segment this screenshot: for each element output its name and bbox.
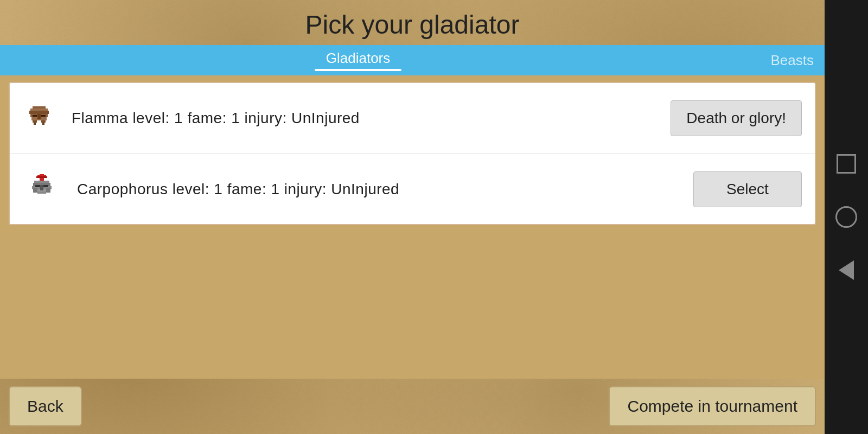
android-back-button[interactable] xyxy=(839,260,854,280)
svg-rect-11 xyxy=(41,115,46,117)
main-area: Pick your gladiator Gladiators Beasts xyxy=(0,0,825,434)
android-nav-bar xyxy=(825,0,868,434)
svg-rect-19 xyxy=(33,188,37,193)
android-home-button[interactable] xyxy=(835,206,857,228)
table-row: Flamma level: 1 fame: 1 injury: UnInjure… xyxy=(10,83,815,154)
svg-rect-22 xyxy=(43,185,48,187)
svg-rect-6 xyxy=(41,120,46,123)
svg-rect-5 xyxy=(33,120,37,123)
back-button[interactable]: Back xyxy=(9,386,82,426)
svg-rect-21 xyxy=(35,185,41,187)
svg-rect-8 xyxy=(42,123,44,125)
gladiator-avatar-carpophorus xyxy=(23,170,61,208)
svg-rect-9 xyxy=(37,114,41,119)
page-title: Pick your gladiator xyxy=(0,0,825,45)
table-row: Carpophorus level: 1 fame: 1 injury: UnI… xyxy=(10,154,815,224)
svg-rect-10 xyxy=(33,115,37,117)
gladiator-info-carpophorus: Carpophorus level: 1 fame: 1 injury: UnI… xyxy=(77,181,693,198)
tab-beasts[interactable]: Beasts xyxy=(716,45,825,75)
select-button[interactable]: Select xyxy=(693,171,802,207)
gladiator-avatar-flamma xyxy=(23,102,55,135)
svg-rect-23 xyxy=(40,185,43,190)
svg-rect-0 xyxy=(33,106,46,108)
tab-gladiators[interactable]: Gladiators xyxy=(0,45,716,75)
bottom-bar: Back Compete in tournament xyxy=(0,379,825,434)
compete-tournament-button[interactable]: Compete in tournament xyxy=(609,386,816,426)
gladiator-list: Flamma level: 1 fame: 1 injury: UnInjure… xyxy=(9,82,816,225)
tab-bar: Gladiators Beasts xyxy=(0,45,825,75)
gladiator-info-flamma: Flamma level: 1 fame: 1 injury: UnInjure… xyxy=(72,110,671,127)
android-recent-apps-button[interactable] xyxy=(837,154,856,174)
svg-rect-2 xyxy=(29,111,49,114)
svg-rect-20 xyxy=(46,188,50,193)
svg-rect-7 xyxy=(34,123,36,125)
tab-indicator xyxy=(315,69,401,71)
svg-rect-1 xyxy=(30,108,48,111)
svg-rect-15 xyxy=(34,181,49,183)
death-or-glory-button[interactable]: Death or glory! xyxy=(671,100,802,136)
gladiator-list-container: Flamma level: 1 fame: 1 injury: UnInjure… xyxy=(0,75,825,379)
svg-rect-24 xyxy=(37,192,46,194)
svg-rect-14 xyxy=(36,176,47,178)
